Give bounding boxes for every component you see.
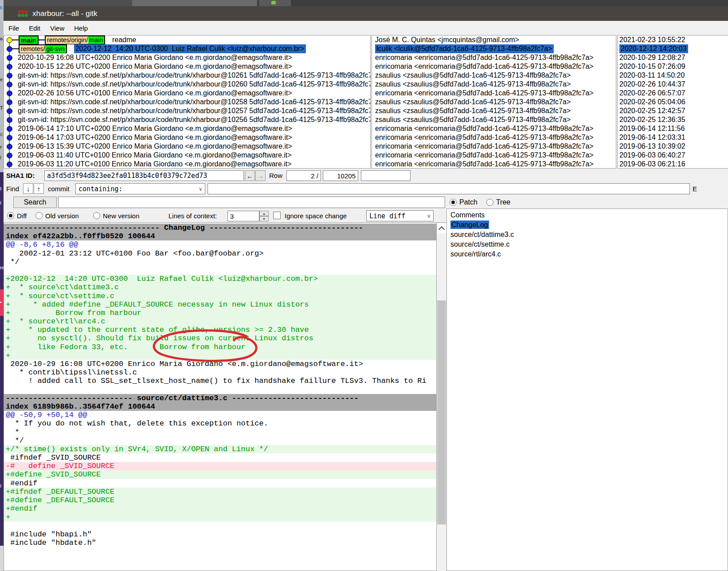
- commit-row[interactable]: remotes/git-svn2020-12-12 14:20 UTC-0300…: [4, 44, 370, 53]
- commit-node-icon: [7, 82, 12, 87]
- commit-row[interactable]: 2020-10-15 12:26 UTC+0200 Enrico Maria G…: [4, 62, 370, 71]
- commit-author-row[interactable]: zsaulius <zsaulius@5dfd7add-1ca6-4125-97…: [375, 106, 616, 115]
- tree-radio[interactable]: [486, 199, 493, 206]
- changed-files-list[interactable]: CommentsChangeLogsource/ct/dattime3.csou…: [446, 209, 728, 571]
- commit-author-row[interactable]: enricomaria <enricomaria@5dfd7add-1ca6-4…: [375, 133, 616, 142]
- commit-author-pane[interactable]: José M. C. Quintas <jmcquintas@gmail.com…: [372, 35, 616, 169]
- menu-item-view[interactable]: View: [45, 24, 69, 32]
- find-prev-button[interactable]: ↑: [34, 183, 44, 194]
- commit-date-row[interactable]: 2019-06-03 06:21:16: [619, 160, 728, 169]
- file-list-item[interactable]: ChangeLog: [447, 220, 728, 230]
- spin-up-button[interactable]: ▲: [259, 211, 269, 216]
- commit-row[interactable]: mainremotes/origin/mainreadme: [4, 35, 370, 44]
- diff-line-filehead: ---------------------------------- Chang…: [4, 224, 436, 232]
- history-back-button[interactable]: ←: [245, 170, 255, 181]
- commit-author-row[interactable]: zsaulius <zsaulius@5dfd7add-1ca6-4125-97…: [375, 115, 616, 124]
- commit-date-row[interactable]: 2020-10-29 12:08:27: [619, 53, 728, 62]
- file-list-item[interactable]: source/ct/dattime3.c: [447, 230, 728, 240]
- commit-date-row[interactable]: 2020-02-26 05:04:06: [619, 98, 728, 106]
- file-list-item[interactable]: source/rtl/arc4.c: [447, 249, 728, 259]
- commit-subject: git-svn-id: https://svn.code.sf.net/p/xh…: [18, 71, 370, 80]
- commit-author-row[interactable]: zsaulius <zsaulius@5dfd7add-1ca6-4125-97…: [375, 80, 616, 89]
- ref-label[interactable]: main: [19, 35, 39, 44]
- patch-radio[interactable]: [450, 199, 457, 206]
- desktop-segment: [0, 172, 4, 546]
- spin-down-button[interactable]: ▼: [259, 216, 269, 221]
- commit-date-row[interactable]: 2019-06-03 06:40:27: [619, 151, 728, 160]
- diff-view[interactable]: ---------------------------------- Chang…: [4, 222, 437, 571]
- commit-author-row[interactable]: enricomaria <enricomaria@5dfd7add-1ca6-4…: [375, 151, 616, 160]
- commit-date-row[interactable]: 2019-06-14 12:03:31: [619, 133, 728, 142]
- search-input[interactable]: [58, 197, 445, 208]
- commit-date-row[interactable]: 2020-02-25 12:36:35: [619, 115, 728, 124]
- diff-mode-dropdown[interactable]: Line diff∨: [366, 210, 434, 221]
- commit-row[interactable]: 2019-06-14 17:10 UTC+0200 Enrico Maria G…: [4, 124, 370, 133]
- sha1-input[interactable]: a3fd5d3f94d823ee2fa01183b4c0f0379c72ed73: [44, 170, 244, 181]
- find-input[interactable]: [207, 183, 690, 194]
- commit-date-row[interactable]: 2020-03-11 14:50:20: [619, 71, 728, 80]
- sha1-label: SHA1 ID:: [6, 172, 35, 179]
- ref-connector-line: [12, 39, 19, 40]
- commit-author-row[interactable]: lculik <lculik@5dfd7add-1ca6-4125-9713-4…: [375, 44, 616, 53]
- menu-item-edit[interactable]: Edit: [24, 24, 45, 32]
- search-button[interactable]: Search: [13, 197, 57, 208]
- scrollbar-up-button[interactable]: [437, 223, 446, 233]
- commit-date: 2019-06-13 10:39:02: [619, 142, 685, 151]
- commit-row[interactable]: git-svn-id: https://svn.code.sf.net/p/xh…: [4, 80, 370, 89]
- commit-author-row[interactable]: enricomaria <enricomaria@5dfd7add-1ca6-4…: [375, 124, 616, 133]
- commit-author-row[interactable]: enricomaria <enricomaria@5dfd7add-1ca6-4…: [375, 53, 616, 62]
- ref-segment: git-svn: [45, 45, 66, 53]
- ref-label[interactable]: remotes/git-svn: [19, 44, 67, 53]
- title-bar[interactable]: xharbour: --all - gitk: [4, 6, 728, 21]
- find-next-button[interactable]: ↓: [23, 183, 33, 194]
- commit-row[interactable]: 2019-06-13 15:39 UTC+0200 Enrico Maria G…: [4, 142, 370, 151]
- diff-line-ctx: #ifndef _SVID_SOURCE: [4, 453, 436, 462]
- lines-of-context-input[interactable]: 3: [227, 211, 259, 221]
- new-version-radio[interactable]: [93, 212, 100, 219]
- commit-date-row[interactable]: 2020-02-25 12:42:57: [619, 106, 728, 115]
- commit-date-row[interactable]: 2019-06-14 12:11:56: [619, 124, 728, 133]
- commit-author-row[interactable]: enricomaria <enricomaria@5dfd7add-1ca6-4…: [375, 160, 616, 169]
- commit-subject-pane[interactable]: mainremotes/origin/mainreadmeremotes/git…: [4, 35, 371, 169]
- diff-line-add: +/* stime() exists only in SVr4, SVID, X…: [4, 445, 436, 453]
- history-forward-button[interactable]: →: [255, 170, 266, 181]
- diff-radio[interactable]: [7, 212, 14, 219]
- menu-item-help[interactable]: Help: [69, 24, 93, 32]
- commit-row[interactable]: 2019-06-03 11:20 UTC+0100 Enrico Maria G…: [4, 160, 370, 169]
- commit-date-pane[interactable]: 2021-02-23 10:55:222020-12-12 14:20:0320…: [617, 35, 728, 169]
- ref-label[interactable]: remotes/origin/main: [45, 35, 105, 44]
- commit-row[interactable]: git-svn-id: https://svn.code.sf.net/p/xh…: [4, 71, 370, 80]
- commit-row[interactable]: 2020-10-29 16:08 UTC+0200 Enrico Maria G…: [4, 53, 370, 62]
- commit-subject: readme: [112, 35, 136, 44]
- back-arrow-icon: ←: [247, 172, 253, 180]
- commit-author-row[interactable]: enricomaria <enricomaria@5dfd7add-1ca6-4…: [375, 142, 616, 151]
- commit-row[interactable]: git-svn-id: https://svn.code.sf.net/p/xh…: [4, 106, 370, 115]
- commit-row[interactable]: 2019-06-03 11:40 UTC+0100 Enrico Maria G…: [4, 151, 370, 160]
- diff-scrollbar[interactable]: [437, 222, 446, 571]
- commit-node-icon: [7, 73, 12, 79]
- desktop-glyph: r: [0, 145, 2, 150]
- commit-author-row[interactable]: zsaulius <zsaulius@5dfd7add-1ca6-4125-97…: [375, 98, 616, 106]
- ignore-space-checkbox[interactable]: [273, 212, 281, 219]
- old-version-radio[interactable]: [35, 212, 43, 219]
- commit-author-row[interactable]: zsaulius <zsaulius@5dfd7add-1ca6-4125-97…: [375, 71, 616, 80]
- file-list-item[interactable]: Comments: [447, 210, 728, 220]
- find-mode-dropdown[interactable]: containing:∨: [75, 183, 205, 194]
- menu-item-file[interactable]: File: [4, 24, 24, 32]
- find-type-dropdown-clipped[interactable]: E: [693, 185, 699, 193]
- commit-row[interactable]: git-svn-id: https://svn.code.sf.net/p/xh…: [4, 115, 370, 124]
- commit-author-row[interactable]: enricomaria <enricomaria@5dfd7add-1ca6-4…: [375, 89, 616, 98]
- commit-row[interactable]: 2019-06-14 17:03 UTC+0200 Enrico Maria G…: [4, 133, 370, 142]
- commit-date-row[interactable]: 2020-12-12 14:20:03: [619, 44, 728, 53]
- commit-date-row[interactable]: 2020-02-26 06:57:07: [619, 89, 728, 98]
- file-list-item[interactable]: source/ct/settime.c: [447, 240, 728, 249]
- commit-author-row[interactable]: enricomaria <enricomaria@5dfd7add-1ca6-4…: [375, 62, 616, 71]
- commit-date-row[interactable]: 2020-02-26 10:44:37: [619, 80, 728, 89]
- commit-row[interactable]: 2020-02-26 10:56 UTC+0100 Enrico Maria G…: [4, 89, 370, 98]
- commit-date-row[interactable]: 2021-02-23 10:55:22: [619, 35, 728, 44]
- commit-row[interactable]: git-svn-id: https://svn.code.sf.net/p/xh…: [4, 98, 370, 106]
- scrollbar-thumb[interactable]: [437, 300, 446, 524]
- commit-date-row[interactable]: 2019-06-13 10:39:02: [619, 142, 728, 151]
- commit-date-row[interactable]: 2020-10-15 07:26:09: [619, 62, 728, 71]
- commit-author-row[interactable]: José M. C. Quintas <jmcquintas@gmail.com…: [375, 35, 616, 44]
